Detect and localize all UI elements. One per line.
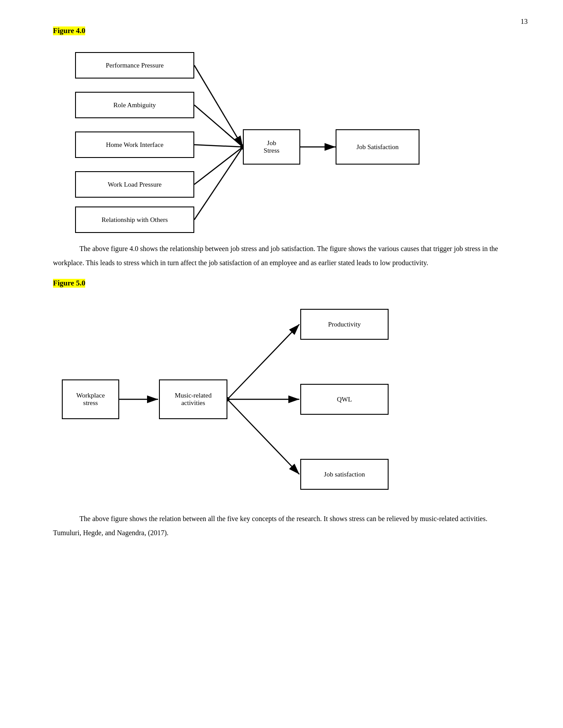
figure5-paragraph: The above figure shows the relation betw…: [53, 512, 510, 540]
box-job-stress: Job Stress: [243, 129, 300, 165]
svg-line-6: [194, 147, 243, 220]
svg-line-4: [194, 145, 243, 147]
figure5-diagram: Workplace stress Music-related activitie…: [53, 296, 510, 499]
svg-line-2: [194, 65, 243, 147]
box-music-activities: Music-related activities: [159, 379, 227, 419]
box-relationship-with-others: Relationship with Others: [75, 206, 194, 233]
box-job-satisfaction: Job Satisfaction: [336, 129, 419, 165]
page: 13 Figure 4.0: [0, 0, 563, 728]
box-qwl: QWL: [300, 384, 389, 415]
box-workplace-stress: Workplace stress: [62, 379, 119, 419]
svg-line-5: [194, 147, 243, 184]
svg-line-14: [227, 324, 299, 399]
figure4-label: Figure 4.0: [53, 26, 85, 35]
box-work-load-pressure: Work Load Pressure: [75, 171, 194, 198]
figure4-paragraph: The above figure 4.0 shows the relations…: [53, 242, 510, 270]
box-productivity: Productivity: [300, 309, 389, 340]
svg-line-16: [227, 399, 299, 474]
box-home-work-interface: Home Work Interface: [75, 131, 194, 158]
box-role-ambiguity: Role Ambiguity: [75, 92, 194, 118]
figure4-diagram: Performance Pressure Role Ambiguity Home…: [53, 43, 510, 229]
box-job-satisfaction-2: Job satisfaction: [300, 459, 389, 490]
box-performance-pressure: Performance Pressure: [75, 52, 194, 79]
figure5-arrows: [53, 296, 510, 499]
page-number: 13: [521, 18, 528, 26]
figure5-label: Figure 5.0: [53, 279, 85, 288]
svg-line-3: [194, 105, 243, 147]
